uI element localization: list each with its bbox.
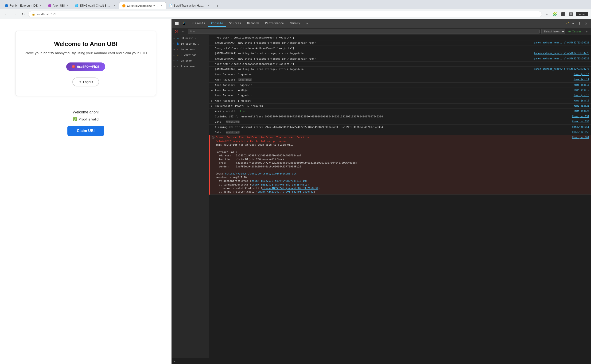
expand-icon: ▶	[174, 37, 175, 39]
device-toolbar-button[interactable]: 📱	[181, 20, 187, 26]
log-source-anon1[interactable]: @anon-aadhaar_react.js?v=5f682f93:30728	[534, 41, 589, 45]
log-source-verify[interactable]: Home.jsx:27	[574, 110, 589, 113]
log-source-aa1[interactable]: Home.jsx:18	[574, 73, 589, 76]
expand-arrow-13[interactable]: ▶	[211, 99, 214, 103]
console-body: ▶ ☰ 30 messa... ▶ 👤 30 user m... ▶ ✕ No …	[172, 35, 591, 358]
log-content-anon1: [ANON-AADHAAR] new state {"status":"logg…	[215, 41, 532, 45]
sidebar-item-verbose[interactable]: ▶ ⚙ 2 verbose	[172, 63, 209, 69]
back-button[interactable]: ←	[3, 11, 9, 17]
log-source-claim2[interactable]: Home.jsx:151	[572, 125, 589, 129]
sidebar-item-messages[interactable]: ▶ ☰ 30 messa...	[172, 35, 209, 41]
user-label: 30 user m...	[181, 42, 199, 45]
app-subtitle: Prove your Identity anonymously using yo…	[23, 51, 149, 56]
expand-arrow-5	[211, 57, 214, 61]
reload-button[interactable]: ↻	[20, 11, 26, 17]
tab-title-remix: Remix - Ethereum IDE	[9, 4, 38, 7]
log-source-packed[interactable]: Home.jsx:25	[574, 104, 589, 108]
log-content-error: Error: ContractFunctionExecutionError: T…	[216, 136, 570, 194]
expand-arrow-8	[211, 73, 214, 76]
devtools-close-button[interactable]: ✕	[583, 20, 589, 26]
log-source-data2[interactable]: Home.jsx:158	[572, 130, 589, 134]
console-settings-button[interactable]: ⚙	[584, 29, 589, 34]
url-bar[interactable]: 🔒 localhost:5173	[28, 11, 542, 17]
expand-arrow-2	[211, 41, 214, 45]
forward-button[interactable]: →	[11, 11, 18, 17]
log-entry-anon2b: "<object>","serializedAnonAadhaarProof":…	[209, 62, 591, 67]
tab-console[interactable]: Console	[208, 20, 226, 27]
log-entry-data2: Data: undefined Home.jsx:158	[209, 130, 591, 135]
chunk-link-1[interactable]: chunk-TE022NJ6.js?v=5f682f93:818:10	[251, 179, 306, 182]
console-filter-input[interactable]	[188, 29, 539, 34]
expand-arrow-7	[211, 67, 214, 71]
info-label: 25 info	[181, 59, 192, 62]
tab-performance[interactable]: Performance	[262, 20, 286, 27]
log-source-aa2[interactable]: Home.jsx:19	[574, 78, 589, 81]
profile-button[interactable]: 🅱	[568, 11, 574, 17]
sidebar-item-info[interactable]: ▶ ℹ 25 info	[172, 58, 209, 63]
sidebar-item-warnings[interactable]: ▶ ⚠ 3 warnings	[172, 52, 209, 58]
console-level-select[interactable]: Default levels	[541, 29, 565, 34]
log-source-aa4[interactable]: Home.jsx:19	[574, 89, 589, 92]
tab-more[interactable]: »	[303, 20, 311, 27]
sidebar-item-errors[interactable]: ▶ ✕ No errors	[172, 46, 209, 52]
devtools-settings-button[interactable]: ⚙	[570, 20, 576, 26]
tab-elements[interactable]: Elements	[189, 20, 208, 27]
tab-network[interactable]: Network	[244, 20, 262, 27]
log-source-aa6[interactable]: Home.jsx:19	[574, 99, 589, 103]
tab-close-contract[interactable]: ✕	[160, 4, 163, 7]
expand-arrow-14[interactable]: ▶	[211, 104, 214, 108]
docs-link[interactable]: https://viem.sh/docs/contract/simulateCo…	[225, 172, 297, 175]
tab-memory[interactable]: Memory	[287, 20, 303, 27]
tab-anon-ubi[interactable]: 🟣 Anon UBI ✕	[45, 2, 72, 9]
log-source-claim1[interactable]: Home.jsx:151	[572, 115, 589, 118]
expand-icon-3: ▶	[174, 48, 175, 51]
claim-ubi-button[interactable]: Claim UBI	[67, 126, 104, 136]
console-output[interactable]: "<object>","serializedAnonAadhaarProof":…	[209, 35, 591, 358]
tab-close-scroll[interactable]: ✕	[207, 4, 210, 7]
expand-arrow-16	[211, 115, 214, 118]
expand-arrow	[211, 36, 214, 39]
devtools-toggle-button[interactable]: ⬛	[560, 11, 566, 17]
console-input-bar: >	[172, 358, 591, 364]
user-icon: 👤	[176, 42, 179, 45]
expand-arrow-9	[211, 78, 214, 81]
logout-button[interactable]: ⊙ Logout	[72, 78, 99, 86]
clear-console-button[interactable]: 🚫	[174, 29, 179, 34]
app-footer: Welcome anon! ✅ Proof is valid Claim UBI	[11, 110, 161, 136]
tab-sources[interactable]: Sources	[226, 20, 244, 27]
devtools-more-button[interactable]: ⋮	[577, 20, 583, 26]
tab-ethglobal[interactable]: 🌐 ETHGlobal | Circuit Breaker ✕	[72, 2, 119, 9]
inspect-element-button[interactable]: ⬜	[174, 20, 180, 26]
extensions-button[interactable]: 🧩	[552, 11, 558, 17]
messages-label: 30 messa...	[181, 37, 198, 40]
console-input[interactable]	[177, 359, 589, 363]
log-entry-packed: ▶ PackedGroth16Proof: ▶ Array(8) Home.js…	[209, 104, 591, 109]
tab-close-ethglobal[interactable]: ✕	[113, 4, 116, 7]
console-filter-icon: ⊘	[181, 29, 186, 34]
log-source-data1[interactable]: Home.jsx:158	[572, 120, 589, 124]
log-content-write2: [ANON-AADHAAR] writing to local storage,…	[215, 67, 532, 71]
tab-remix[interactable]: 🔵 Remix - Ethereum IDE ✕	[2, 2, 45, 9]
log-source-anon2[interactable]: @anon-aadhaar_react.js?v=5f682f93:30728	[534, 57, 589, 61]
tab-favicon-remix: 🔵	[5, 4, 8, 7]
expand-arrow-11[interactable]: ▶	[211, 89, 214, 92]
chunk-link-2[interactable]: chunk-TE022NJ6.js?v=5f682f93:1544:11	[251, 183, 307, 186]
sidebar-item-user[interactable]: ▶ 👤 30 user m...	[172, 41, 209, 46]
chunk-link-4[interactable]: chunk-ABCS324U.js?v=5f682f93:2899:42	[258, 190, 314, 193]
log-source-aa5[interactable]: Home.jsx:18	[574, 94, 589, 97]
tab-scroll[interactable]: 📄 Scroll Transaction Hash (Txh... ✕	[166, 2, 213, 9]
chunk-link-3[interactable]: chunk-ABCS324U.js?v=5f682f93:2658:31	[262, 187, 318, 190]
tab-close-remix[interactable]: ✕	[39, 4, 42, 7]
log-source-write1[interactable]: @anon-aadhaar_react.js?v=5f682f93:30778	[534, 52, 589, 55]
devtools-panel: ⬜ 📱 Elements Console Sources Network Per…	[171, 19, 591, 364]
log-source-error[interactable]: Home.jsx:161	[572, 136, 589, 194]
log-source-aa3[interactable]: Home.jsx:18	[574, 83, 589, 87]
wallet-address-button[interactable]: 0xe7F0····Fb26	[66, 62, 105, 71]
tab-close-anon[interactable]: ✕	[66, 4, 69, 7]
log-source-write2[interactable]: @anon-aadhaar_react.js?v=5f682f93:30778	[534, 67, 589, 71]
tab-contract[interactable]: 🟠 Contract Address 0x745d2b... ✕	[119, 2, 166, 9]
star-button[interactable]: ☆	[544, 11, 550, 17]
expand-arrow-18	[211, 125, 214, 129]
new-tab-button[interactable]: +	[214, 3, 221, 9]
log-entry-aa5: Anon Aadhaar: logged-in Home.jsx:18	[209, 93, 591, 98]
